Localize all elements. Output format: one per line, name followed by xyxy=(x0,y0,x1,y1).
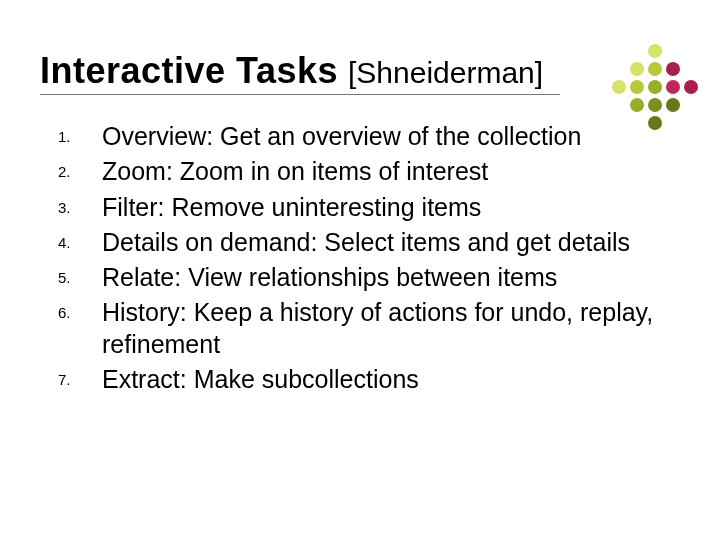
list-item: 6. History: Keep a history of actions fo… xyxy=(54,297,680,360)
list-text: Details on demand: Select items and get … xyxy=(102,227,680,258)
list-item: 4. Details on demand: Select items and g… xyxy=(54,227,680,258)
list-item: 2. Zoom: Zoom in on items of interest xyxy=(54,156,680,187)
list-number: 2. xyxy=(54,156,102,180)
decor-dot-icon xyxy=(684,80,698,94)
list-number: 4. xyxy=(54,227,102,251)
title-underline xyxy=(40,94,560,95)
list-text: Extract: Make subcollections xyxy=(102,364,680,395)
title-citation: [Shneiderman] xyxy=(348,56,543,90)
list-number: 1. xyxy=(54,121,102,145)
slide: Interactive Tasks [Shneiderman] 1. Overv… xyxy=(0,0,720,540)
decor-dot-icon xyxy=(666,98,680,112)
list-item: 7. Extract: Make subcollections xyxy=(54,364,680,395)
slide-title: Interactive Tasks [Shneiderman] xyxy=(40,50,680,92)
list-item: 3. Filter: Remove uninteresting items xyxy=(54,192,680,223)
list-text: Zoom: Zoom in on items of interest xyxy=(102,156,680,187)
list-item: 1. Overview: Get an overview of the coll… xyxy=(54,121,680,152)
list-number: 7. xyxy=(54,364,102,388)
decor-dot-icon xyxy=(630,98,644,112)
list-text: Filter: Remove uninteresting items xyxy=(102,192,680,223)
list-text: History: Keep a history of actions for u… xyxy=(102,297,680,360)
list-number: 3. xyxy=(54,192,102,216)
list-number: 6. xyxy=(54,297,102,321)
list-item: 5. Relate: View relationships between it… xyxy=(54,262,680,293)
list-number: 5. xyxy=(54,262,102,286)
title-main: Interactive Tasks xyxy=(40,50,338,92)
ordered-list: 1. Overview: Get an overview of the coll… xyxy=(40,121,680,395)
list-text: Relate: View relationships between items xyxy=(102,262,680,293)
decor-dot-icon xyxy=(648,98,662,112)
list-text: Overview: Get an overview of the collect… xyxy=(102,121,680,152)
